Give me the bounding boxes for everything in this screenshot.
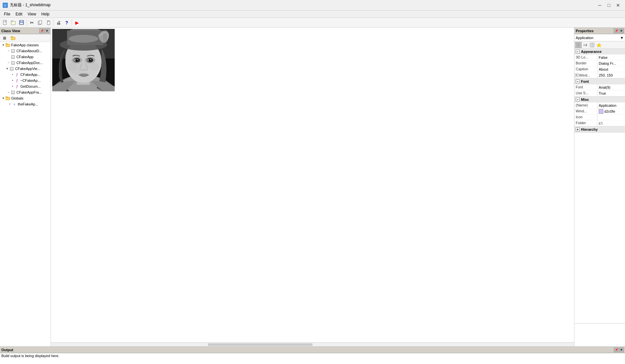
prop-value-border: Dialog Fr... [597,60,625,66]
svg-text:C: C [12,62,14,65]
svg-text:C: C [11,68,13,71]
tree-item-cfakeappdoc[interactable]: ~ C CFakeAppDoc... [0,60,51,66]
toolbar-sep-2 [53,19,54,26]
svg-point-52 [68,63,78,71]
help-btn[interactable]: ? [63,19,71,27]
tree-label-cfakeappview: CFakeAppVie... [15,67,40,71]
main-toolbar: ✂ 🖨 ? ▶ [0,18,625,28]
section-appearance-header[interactable]: − Appearance [574,49,625,55]
section-hierarchy-header[interactable]: + Hierarchy [574,126,625,132]
tree-icon-thefakeap: v [12,102,17,107]
tree-item-method1[interactable]: • ƒ CFakeApp... [0,72,51,78]
menu-file[interactable]: File [1,11,13,17]
save-file-btn[interactable] [18,19,26,27]
svg-text:C: C [12,50,14,53]
section-appearance: − Appearance 3D Lo... False Border Dialo… [574,49,625,79]
menu-edit[interactable]: Edit [13,11,25,17]
prop-value-namerow: Application [597,102,625,108]
class-sort-btn[interactable]: ⊞ [1,34,9,42]
window-title: 无标题 - 1_showbitmap [10,2,595,8]
section-misc-header[interactable]: − Misc [574,97,625,102]
tree-label-thefakeap: theFakeAp... [18,102,38,106]
prop-name-folder: Folder [574,120,597,126]
properties-close-btn[interactable]: ✕ [619,29,624,33]
tree-item-cfakeabout[interactable]: ~ C CFakeAboutD... [0,48,51,54]
svg-rect-55 [579,43,580,45]
paste-btn[interactable] [44,19,52,27]
dropdown-arrow-icon: ▼ [620,36,624,40]
class-view-close-btn[interactable]: ✕ [45,29,49,33]
tree-item-root[interactable]: ▼ FakeApp classes [0,42,51,48]
appearance-expand-icon[interactable]: − [576,50,580,54]
tree-item-thefakeap[interactable]: • v theFakeAp... [0,101,51,107]
prop-caption[interactable]: Caption About [574,66,625,72]
print-btn[interactable]: 🖨 [55,19,62,27]
copy-btn[interactable] [36,19,44,27]
class-view-panel: Class View 📌 ✕ ⊞ ▼ [0,28,51,346]
prop-font[interactable]: Font Arial(9) [574,84,625,90]
prop-border[interactable]: Border Dialog Fr... [574,60,625,66]
prop-value-3dlo: False [597,55,625,60]
tree-item-cfakeappview[interactable]: ▼ C CFakeAppVie... [0,66,51,72]
section-font-header[interactable]: − Font [574,79,625,84]
close-btn[interactable]: ✕ [614,2,622,9]
tree-toggle-cfakeappview[interactable]: ▼ [5,67,9,71]
minimize-btn[interactable]: ─ [595,2,604,9]
grid-view-btn[interactable] [589,42,595,48]
svg-rect-29 [6,97,7,98]
prop-3dlo[interactable]: 3D Lo... False [574,55,625,60]
svg-rect-13 [48,20,49,21]
prop-name-row[interactable]: (Name) Application [574,102,625,108]
prop-wind-color[interactable]: Wind... d2c0fe [574,108,625,114]
tree-item-method2[interactable]: • ƒ ~CFakeAp... [0,78,51,83]
run-btn[interactable]: ▶ [73,19,81,27]
wind-expand-icon[interactable]: + [575,74,578,77]
categorized-view-btn[interactable] [575,42,582,48]
class-view-title: Class View [1,29,20,33]
panels-row: Class View 📌 ✕ ⊞ ▼ [0,28,625,346]
maximize-btn[interactable]: □ [605,2,613,9]
cut-btn[interactable]: ✂ [28,19,36,27]
alphabetical-view-btn[interactable]: AZ [582,42,589,48]
prop-uses[interactable]: Use S... True [574,90,625,96]
window-controls: ─ □ ✕ [595,2,622,9]
tree-label-cfakeappfra: CFakeAppFra... [16,90,42,94]
svg-point-53 [89,63,99,71]
hierarchy-expand-icon[interactable]: + [576,127,580,131]
tree-toggle-globals[interactable]: ▼ [1,96,5,100]
prop-icon[interactable]: Icon [574,114,625,120]
svg-text:C: C [12,91,14,94]
open-file-btn[interactable] [10,19,17,27]
tree-item-cfakeappfra[interactable]: ~ C CFakeAppFra... [0,89,51,95]
tree-item-globals[interactable]: ▼ Globals [0,95,51,101]
font-expand-icon[interactable]: − [576,80,580,83]
tree-item-cfakeapp[interactable]: C CFakeApp [0,54,51,60]
svg-rect-17 [6,43,7,44]
h-scrollbar[interactable] [51,342,574,346]
misc-expand-icon[interactable]: − [576,98,580,102]
events-btn[interactable] [596,42,602,48]
tree-toggle-root[interactable]: ▼ [1,43,5,47]
title-bar: C 无标题 - 1_showbitmap ─ □ ✕ [0,0,625,11]
output-close-btn[interactable]: ✕ [619,348,624,352]
tree-icon-root [5,42,11,48]
tree-label-root: FakeApp classes [11,43,39,47]
menu-view[interactable]: View [25,11,39,17]
class-view-pin-btn[interactable]: 📌 [39,29,44,33]
properties-table: − Appearance 3D Lo... False Border Dialo… [574,49,625,323]
menu-help[interactable]: Help [39,11,52,17]
prop-name-uses: Use S... [574,90,597,96]
output-pin-btn[interactable]: 📌 [614,348,618,352]
output-title: Output [1,348,13,352]
tree-item-method3[interactable]: • ƒ GetDocum... [0,83,51,89]
properties-dropdown-value: Application [576,36,620,40]
svg-rect-8 [20,20,23,22]
class-folder-btn[interactable] [9,34,17,42]
prop-wind-size[interactable]: + Wind... 250, 150 [574,72,625,78]
prop-folder[interactable]: Folder c:\ [574,120,625,126]
tree-icon-method3: ƒ [14,84,20,89]
properties-dropdown[interactable]: Application ▼ [574,34,625,41]
wind-color-swatch [599,109,603,114]
properties-pin-btn[interactable]: 📌 [614,29,618,33]
new-file-btn[interactable] [1,19,9,27]
